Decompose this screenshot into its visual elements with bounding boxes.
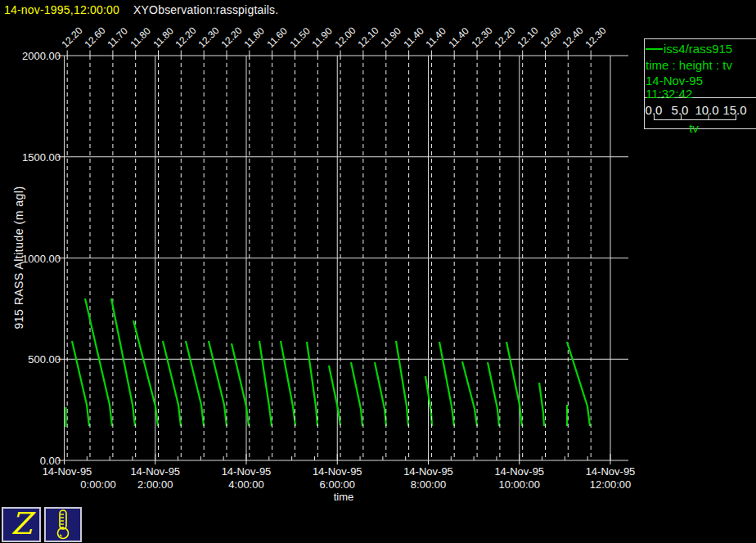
thermometer-icon (46, 509, 80, 541)
x-tick-time: 10:00:00 (482, 478, 557, 491)
x-tick-date: 14-Nov-95 (391, 465, 466, 478)
app-window: 14-nov-1995,12:00:00 XYObservation:rassp… (0, 0, 756, 543)
x-tick-date: 14-Nov-95 (573, 465, 648, 478)
legend-series-label: iss4/rass915 (664, 42, 732, 56)
x-tick-date: 14-Nov-95 (209, 465, 284, 478)
x-axis-title: time (319, 491, 368, 503)
rass-trace (259, 341, 272, 426)
legend-line-sample-icon (646, 48, 663, 50)
y-axis-title: 915 RASS Altitude (m agl) (12, 165, 25, 350)
rass-trace (396, 341, 408, 426)
x-tick-time: 2:00:00 (118, 478, 193, 491)
y-tick-label: 2000.00 (10, 50, 61, 62)
x-tick-time: 6:00:00 (299, 478, 375, 491)
zeb-z-icon: Z (3, 509, 39, 540)
x-tick-time: 12:00:00 (573, 478, 648, 491)
legend-scale-tick-value: 15.0 (717, 103, 753, 117)
legend-date: 14-Nov-95 (646, 74, 703, 88)
rass-trace (329, 366, 340, 425)
rass-trace (111, 298, 135, 426)
rass-trace (72, 341, 89, 426)
rass-trace (163, 341, 181, 426)
rass-trace (307, 342, 317, 426)
y-tick-label: 1500.00 (10, 151, 61, 164)
x-tick-date: 14-Nov-95 (482, 465, 557, 478)
x-tick-date: 14-Nov-95 (29, 465, 105, 478)
zeb-logo-button[interactable]: Z (2, 507, 41, 542)
rass-trace (133, 321, 158, 426)
rass-trace (209, 341, 227, 426)
rass-trace (186, 341, 204, 426)
rass-trace (567, 342, 590, 426)
x-tick-date: 14-Nov-95 (118, 465, 193, 478)
rass-trace (439, 342, 454, 426)
rass-trace (488, 362, 499, 426)
rass-trace (281, 341, 295, 426)
legend-series-row: iss4/rass915 (646, 42, 732, 56)
x-tick-time: 4:00:00 (209, 478, 284, 491)
y-tick-label: 500.00 (10, 353, 61, 366)
legend-time: 11:32:42 (646, 87, 692, 101)
rass-trace (539, 383, 544, 426)
x-tick-date: 14-Nov-95 (299, 465, 375, 478)
rass-trace (462, 361, 477, 426)
rass-trace (351, 362, 362, 426)
rass-trace (85, 298, 112, 426)
thermometer-button[interactable] (44, 507, 82, 542)
legend-fields: time : height : tv (646, 58, 732, 72)
chart-canvas (0, 0, 756, 543)
rass-trace (375, 362, 386, 426)
x-tick-time: 8:00:00 (391, 478, 466, 491)
legend-scale-label: tv (677, 121, 710, 135)
